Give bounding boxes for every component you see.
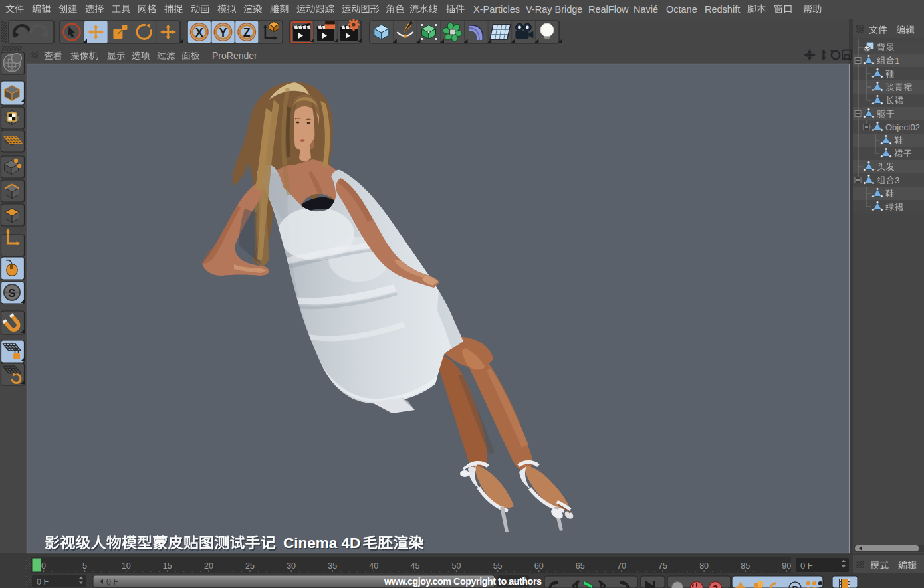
svg-text:25: 25 [245,561,255,571]
svg-text:3: 3 [895,175,899,185]
svg-text:10: 10 [122,561,131,571]
svg-text:50: 50 [452,561,461,571]
svg-text:Object02: Object02 [885,122,920,132]
svg-text:35: 35 [328,561,337,571]
svg-text:30: 30 [287,561,296,571]
svg-text:Cinema 4D: Cinema 4D [283,535,360,551]
svg-text:RealFlow: RealFlow [588,4,629,15]
svg-text:0 F: 0 F [106,577,118,587]
svg-text:www.cgjoy.com Copyright to: www.cgjoy.com Copyright to authors [384,576,542,587]
svg-text:S: S [8,287,15,300]
svg-text:Y: Y [219,26,227,39]
svg-text:1: 1 [895,56,899,66]
svg-text:5: 5 [82,561,87,571]
svg-text:Z: Z [243,26,251,39]
svg-text:V-Ray Bridge: V-Ray Bridge [526,4,582,15]
svg-text:?: ? [713,583,718,588]
svg-text:60: 60 [534,561,544,571]
svg-text:75: 75 [658,561,667,571]
svg-text:Navié: Navié [634,4,658,15]
svg-text:Redshift: Redshift [705,4,740,15]
svg-text:P: P [792,584,798,588]
svg-text:45: 45 [410,561,419,571]
svg-text:0 F: 0 F [800,561,813,571]
svg-text:65: 65 [576,561,585,571]
svg-text:X-Particles: X-Particles [473,4,520,15]
svg-text:X: X [195,26,203,39]
svg-text:40: 40 [369,561,378,571]
svg-text:0: 0 [41,561,46,571]
svg-text:0 F: 0 F [37,577,49,587]
svg-text:90: 90 [782,561,791,571]
svg-text:20: 20 [204,561,213,571]
svg-text:15: 15 [163,561,172,571]
svg-text:80: 80 [699,561,709,571]
svg-text:70: 70 [617,561,626,571]
svg-text:55: 55 [493,561,503,571]
svg-text:85: 85 [741,561,750,571]
svg-text:Octane: Octane [666,4,697,15]
svg-text:ProRender: ProRender [212,50,257,61]
